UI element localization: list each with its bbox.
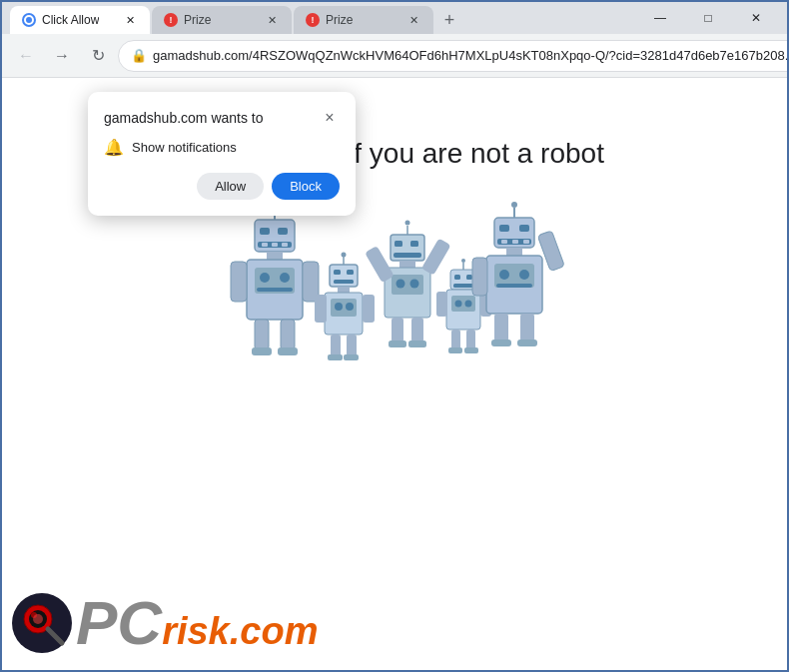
svg-rect-32 bbox=[347, 270, 354, 275]
svg-rect-10 bbox=[260, 228, 270, 235]
svg-rect-58 bbox=[389, 340, 406, 347]
block-button[interactable]: Block bbox=[272, 173, 340, 200]
svg-line-102 bbox=[48, 629, 62, 643]
titlebar: Click Allow ✕ ! Prize ✕ ! Prize ✕ + — □ … bbox=[2, 2, 787, 34]
svg-rect-82 bbox=[519, 225, 529, 232]
svg-rect-48 bbox=[394, 241, 402, 247]
svg-point-90 bbox=[499, 270, 509, 280]
tab-favicon-prize-2: ! bbox=[306, 13, 320, 27]
svg-point-54 bbox=[396, 280, 405, 289]
svg-rect-24 bbox=[252, 347, 272, 355]
notification-text: Show notifications bbox=[132, 140, 237, 155]
popup-header: gamadshub.com wants to × bbox=[104, 108, 340, 128]
svg-rect-16 bbox=[267, 252, 283, 260]
pcrisk-icon bbox=[12, 593, 72, 653]
svg-rect-39 bbox=[331, 335, 341, 356]
allow-button[interactable]: Allow bbox=[197, 173, 264, 200]
svg-rect-93 bbox=[494, 314, 508, 341]
svg-point-1 bbox=[26, 17, 32, 23]
forward-button[interactable]: → bbox=[46, 40, 78, 72]
back-button[interactable]: ← bbox=[10, 40, 42, 72]
svg-point-103 bbox=[33, 614, 43, 624]
tab-favicon-prize-1: ! bbox=[164, 13, 178, 27]
svg-rect-11 bbox=[278, 228, 288, 235]
svg-rect-65 bbox=[454, 275, 460, 280]
popup-notification-row: 🔔 Show notifications bbox=[104, 138, 340, 157]
svg-rect-43 bbox=[315, 295, 327, 323]
tab-title-prize-2: Prize bbox=[326, 13, 353, 27]
svg-point-19 bbox=[260, 273, 270, 283]
svg-rect-41 bbox=[328, 354, 343, 360]
tab-click-allow[interactable]: Click Allow ✕ bbox=[10, 6, 150, 34]
svg-point-55 bbox=[410, 280, 419, 289]
tab-prize-2[interactable]: ! Prize ✕ bbox=[294, 6, 433, 34]
svg-point-38 bbox=[346, 303, 354, 311]
svg-rect-50 bbox=[394, 253, 421, 258]
svg-rect-73 bbox=[466, 330, 475, 349]
tab-close-prize-1[interactable]: ✕ bbox=[264, 12, 280, 28]
page-content: gamadshub.com wants to × 🔔 Show notifica… bbox=[2, 78, 787, 672]
svg-rect-34 bbox=[338, 287, 350, 293]
svg-rect-33 bbox=[334, 280, 354, 284]
svg-rect-87 bbox=[506, 248, 522, 256]
bell-icon: 🔔 bbox=[104, 138, 124, 157]
svg-rect-66 bbox=[466, 275, 472, 280]
address-bar[interactable]: 🔒 gamadshub.com/4RSZOWqQZnWckHVM64OFd6hH… bbox=[118, 40, 789, 72]
risk-text: risk.com bbox=[162, 612, 318, 650]
svg-rect-75 bbox=[464, 347, 478, 353]
window-controls: — □ ✕ bbox=[637, 2, 779, 34]
address-text: gamadshub.com/4RSZOWqQZnWckHVM64OFd6hH7M… bbox=[153, 48, 789, 63]
svg-rect-84 bbox=[501, 240, 507, 244]
popup-title: gamadshub.com wants to bbox=[104, 110, 264, 126]
svg-rect-56 bbox=[392, 318, 403, 342]
pcrisk-logo: PCrisk.com bbox=[12, 592, 318, 654]
robots-illustration bbox=[225, 200, 564, 379]
svg-rect-25 bbox=[278, 347, 298, 355]
svg-rect-14 bbox=[272, 243, 278, 247]
svg-rect-72 bbox=[451, 330, 460, 349]
svg-point-71 bbox=[465, 301, 472, 308]
svg-rect-40 bbox=[347, 335, 357, 356]
svg-rect-96 bbox=[517, 339, 537, 346]
maximize-button[interactable]: □ bbox=[685, 2, 731, 34]
tab-close-prize-2[interactable]: ✕ bbox=[405, 12, 421, 28]
svg-point-20 bbox=[280, 273, 290, 283]
notification-popup: gamadshub.com wants to × 🔔 Show notifica… bbox=[88, 92, 356, 216]
tab-prize-1[interactable]: ! Prize ✕ bbox=[152, 6, 292, 34]
close-button[interactable]: ✕ bbox=[733, 2, 779, 34]
svg-point-47 bbox=[405, 221, 410, 226]
svg-rect-76 bbox=[436, 292, 447, 317]
svg-rect-23 bbox=[281, 320, 295, 349]
svg-rect-67 bbox=[453, 284, 473, 288]
tab-close-click-allow[interactable]: ✕ bbox=[122, 12, 138, 28]
svg-rect-42 bbox=[344, 354, 359, 360]
security-icon: 🔒 bbox=[131, 48, 147, 63]
svg-point-70 bbox=[455, 301, 462, 308]
svg-rect-92 bbox=[496, 284, 532, 288]
svg-rect-31 bbox=[334, 270, 341, 275]
svg-rect-26 bbox=[231, 262, 247, 302]
svg-rect-15 bbox=[282, 243, 288, 247]
minimize-button[interactable]: — bbox=[637, 2, 683, 34]
popup-close-button[interactable]: × bbox=[320, 108, 340, 128]
svg-rect-13 bbox=[262, 243, 268, 247]
refresh-button[interactable]: ↻ bbox=[82, 40, 114, 72]
svg-rect-94 bbox=[520, 314, 534, 341]
svg-rect-51 bbox=[399, 261, 415, 268]
svg-rect-22 bbox=[255, 320, 269, 349]
svg-point-37 bbox=[335, 303, 343, 311]
svg-rect-59 bbox=[408, 340, 426, 347]
svg-rect-61 bbox=[421, 239, 451, 276]
new-tab-button[interactable]: + bbox=[435, 6, 463, 34]
tab-favicon-click-allow bbox=[22, 13, 36, 27]
pcrisk-text: PCrisk.com bbox=[76, 592, 318, 654]
tab-title-prize-1: Prize bbox=[184, 13, 211, 27]
svg-rect-57 bbox=[411, 318, 423, 342]
svg-rect-21 bbox=[257, 288, 293, 292]
tab-list: Click Allow ✕ ! Prize ✕ ! Prize ✕ + bbox=[10, 2, 633, 34]
svg-rect-97 bbox=[472, 258, 487, 296]
pc-text: PC bbox=[76, 592, 162, 654]
svg-rect-85 bbox=[512, 240, 518, 244]
svg-rect-86 bbox=[523, 240, 529, 244]
svg-rect-49 bbox=[410, 241, 418, 247]
